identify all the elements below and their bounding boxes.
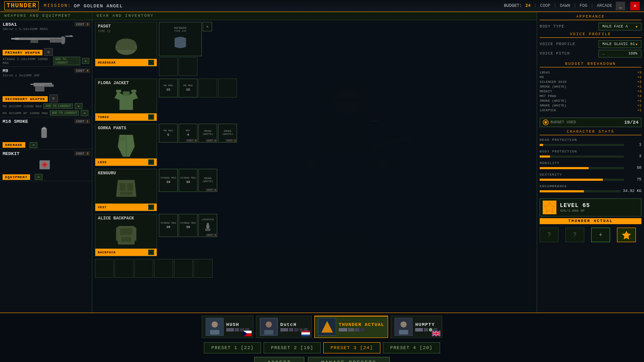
player-thunder-actual[interactable]: THUNDER ACTUAL (314, 316, 388, 338)
svg-rect-59 (131, 90, 136, 92)
vest-name: KENGURU (95, 169, 157, 176)
voice-profile-title: VOICE PROFILE (540, 32, 641, 38)
minimize-button[interactable]: _ (616, 2, 625, 10)
m9-arrow2[interactable]: » (81, 110, 88, 116)
torso-edit[interactable]: ✎ (148, 114, 154, 120)
body-type-label: BODY TYPE (540, 24, 565, 29)
legs-smoke2[interactable]: SMOKE (WHITE) COST 1 (218, 124, 237, 143)
accept-button[interactable]: ACCEPT (254, 357, 304, 362)
char-slot-4[interactable] (617, 228, 636, 242)
headgear-empty1[interactable] (159, 57, 178, 76)
vest-label[interactable]: VEST ✎ (95, 204, 157, 211)
backpack-edit[interactable]: ✎ (148, 249, 154, 255)
voice-profile-arrow[interactable]: ▼ (635, 43, 638, 46)
char-slot-2[interactable]: ? (565, 228, 584, 242)
torso-slot[interactable]: FLORA JACKET TORSO ✎ (95, 79, 157, 121)
extra-empty2[interactable] (115, 259, 134, 278)
legs-edit[interactable]: ✎ (148, 159, 154, 165)
bp-lockpick[interactable]: LOCKPICK COST 1 (198, 214, 217, 237)
bp-stanag2[interactable]: STANAG MAG 30 (179, 214, 197, 237)
body-type-select[interactable]: MALE FACE A ▼ (598, 23, 641, 30)
legs-m9mag[interactable]: M9 MAG 5 (159, 124, 178, 143)
m9-add-loadout2[interactable]: ADD TO LOADOUT (50, 110, 79, 116)
dutch-portrait (261, 319, 276, 335)
coop-tag[interactable]: COOP (540, 3, 550, 8)
backpack-label[interactable]: BACKPACK ✎ (95, 249, 157, 256)
m9-options-btn[interactable]: ⚙ (49, 94, 58, 102)
lb5a1-options-btn[interactable]: ⚙ (44, 48, 53, 56)
vest-smoke[interactable]: SMOKE (WHITE) COST 1 (198, 169, 217, 192)
voice-profile-select[interactable]: MALE SLAVIC 01 ▼ (598, 40, 641, 48)
player-dutch[interactable]: DutcH (256, 316, 312, 338)
torso-empty2[interactable] (218, 79, 237, 97)
vest-slot[interactable]: KENGURU VEST ✎ (95, 169, 157, 211)
voice-pitch-val: 100% (628, 52, 638, 56)
medkit-arrow[interactable]: » (35, 174, 43, 180)
legs-smoke1[interactable]: SMOKE (WHITE) COST 1 (198, 124, 217, 143)
arcade-tag[interactable]: ARCADE (597, 3, 612, 8)
legs-slot[interactable]: GORKA PANTS LEGS ✎ (95, 124, 157, 166)
vest-edit[interactable]: ✎ (148, 204, 154, 210)
headgear-edit[interactable]: ✎ (148, 60, 154, 65)
player-hush[interactable]: HUSH (202, 316, 253, 338)
m9-ammo2-row: M9 9X19MM AP 15RND MAG ADD TO LOADOUT » (3, 110, 89, 116)
primary-weapon-btn[interactable]: PRIMARY WEAPON (3, 50, 43, 55)
svg-rect-58 (116, 90, 121, 92)
char-slot-3[interactable]: + (591, 228, 610, 242)
svg-rect-10 (30, 84, 35, 85)
budget-item: M67 FRAG+4 (540, 94, 641, 98)
vest-stanag1[interactable]: STANAG MAG 30 (159, 169, 178, 192)
extra-empty1[interactable] (95, 259, 114, 278)
lb5a1-arrow[interactable]: » (82, 58, 89, 64)
preset-3-btn[interactable]: PRESET 3 [24] (323, 342, 380, 353)
torso-m9mag2[interactable]: M9 MAG 15 (179, 79, 197, 97)
preset-1-btn[interactable]: PRESET 1 [22] (204, 342, 261, 353)
extra-empty5[interactable] (174, 259, 193, 278)
char-slot-1[interactable]: ? (540, 228, 559, 242)
preset-4-btn[interactable]: PRESET 4 [20] (383, 342, 440, 353)
torso-empty1[interactable] (198, 79, 217, 97)
player-humpty[interactable]: HUMPTY (391, 316, 442, 338)
backpack-slot[interactable]: ALICE BACKPACK BACKPACK ✎ (95, 214, 157, 256)
fog-tag[interactable]: FOG (580, 3, 587, 8)
backpack-row: ALICE BACKPACK BACKPACK ✎ (95, 214, 534, 256)
headgear-label[interactable]: HEADGEAR ✎ (95, 59, 157, 66)
extra-empty4[interactable] (154, 259, 173, 278)
legs-m67[interactable]: M67 4 COST 4 (179, 124, 197, 143)
m9-add-loadout1[interactable]: ADD TO LOADOUT (43, 103, 73, 109)
grenade-btn[interactable]: GRENADE (3, 142, 25, 148)
equipment-btn[interactable]: EQUIPMENT (3, 174, 30, 180)
secondary-weapon-btn[interactable]: SECONDARY WEAPON (3, 96, 48, 102)
bp-stanag1[interactable]: STANAG MAG 30 (159, 214, 178, 237)
voice-pitch-minus[interactable]: — (602, 52, 605, 56)
mission-label: MISSION: (44, 3, 71, 8)
torso-m9mag1[interactable]: M9 MAG 15 (159, 79, 178, 97)
close-button[interactable]: ✕ (630, 2, 640, 10)
svg-marker-75 (544, 202, 555, 212)
armor-edit-btn[interactable]: ✎ (203, 22, 212, 31)
thunder-portrait (319, 319, 335, 335)
armor-cell[interactable]: DEFENDERTYPE III (159, 22, 202, 56)
body-type-arrow[interactable]: ▼ (635, 25, 638, 29)
preset-2-btn[interactable]: PRESET 2 [19] (264, 342, 321, 353)
voice-pitch-control[interactable]: — 100% (598, 50, 641, 58)
m9-arrow1[interactable]: » (75, 103, 82, 109)
humpty-portrait (396, 319, 411, 335)
extra-empty3[interactable] (134, 259, 153, 278)
m18-arrow[interactable]: » (30, 142, 37, 148)
svg-point-78 (212, 321, 218, 327)
backpack-img (95, 222, 157, 249)
legs-label[interactable]: LEGS ✎ (95, 158, 157, 166)
dawn-tag[interactable]: DAWN (560, 3, 570, 8)
medkit-image (3, 157, 89, 173)
extra-empty6[interactable] (194, 259, 213, 278)
headgear-empty2[interactable] (179, 57, 197, 76)
char-active-icon (621, 230, 632, 240)
headgear-slot[interactable]: PASGT TYPE II HEADGEAR ✎ (95, 22, 157, 67)
torso-label[interactable]: TORSO ✎ (95, 113, 157, 121)
m18-cost-badge: COST 1 (74, 119, 90, 124)
manage-presets-button[interactable]: MANAGE PRESETS (308, 357, 390, 362)
m9-cost-badge: COST 4 (74, 68, 90, 73)
lb5a1-add-loadout[interactable]: ADD TO LOADOUT (53, 57, 81, 65)
vest-stanag2[interactable]: STANAG MAG 30 (179, 169, 197, 192)
